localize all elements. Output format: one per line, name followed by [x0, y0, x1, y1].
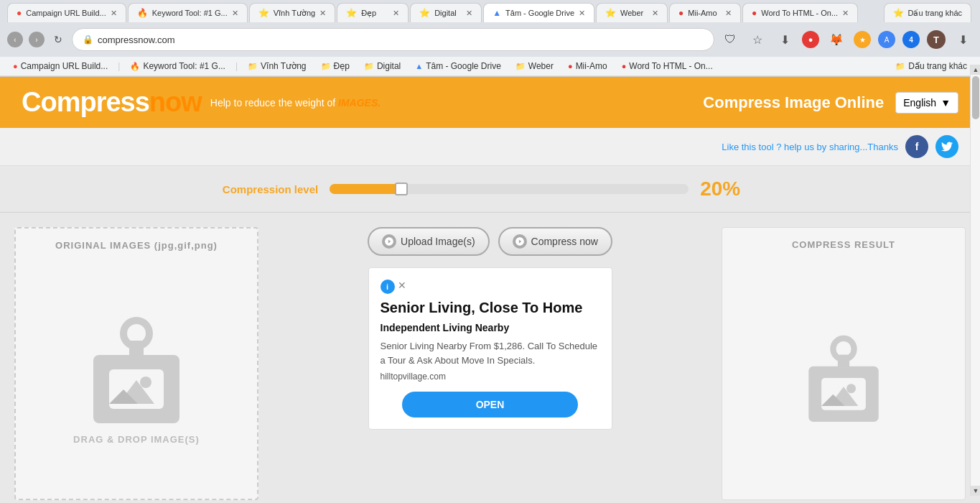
- bookmark-icon-word: ●: [622, 62, 627, 70]
- tab-close[interactable]: ✕: [319, 9, 326, 18]
- bookmark-weber[interactable]: 📁 Weber: [510, 60, 559, 73]
- result-title: COMPRESS RESULT: [792, 239, 895, 250]
- scrollbar[interactable]: ▲ ▼: [970, 65, 980, 496]
- tab-close[interactable]: ✕: [579, 9, 585, 18]
- tab-close[interactable]: ✕: [393, 9, 399, 18]
- ad-header: i ✕: [381, 280, 600, 294]
- tab-google-drive[interactable]: ▲ Tâm - Google Drive ✕: [483, 3, 594, 22]
- main-area: ORIGINAL IMAGES (jpg,gif,png): [0, 213, 980, 503]
- browser-icon-group: 🛡 ☆ ⬇ ● 🦊 ★ A 4 T ⬇: [720, 29, 973, 50]
- bookmark-label: Word To HTML - On...: [629, 61, 712, 71]
- bookmark-dau-trang[interactable]: 📁 Dấu trang khác: [890, 60, 973, 73]
- compression-label: Compression level: [223, 183, 318, 195]
- upload-svg: [384, 236, 394, 246]
- download-arrow-icon[interactable]: ⬇: [953, 29, 973, 50]
- bookmark-vinh-tuong[interactable]: 📁 Vĩnh Tường: [242, 60, 312, 73]
- tab-dau-trang-khac[interactable]: ⭐ Dấu trang khác: [884, 3, 971, 22]
- tab-keyword[interactable]: 🔥 Keyword Tool: #1 G... ✕: [128, 3, 248, 22]
- bookmark-folder-icon: 📁: [248, 62, 258, 71]
- bookmark-label: Dấu trang khác: [908, 61, 967, 71]
- tab-close[interactable]: ✕: [466, 9, 472, 18]
- compress-result-panel: COMPRESS RESULT: [722, 227, 966, 500]
- logo-compress: Compress: [22, 87, 149, 118]
- tab-campaign[interactable]: ● Campaign URL Build... ✕: [7, 3, 126, 22]
- tab-close[interactable]: ✕: [652, 9, 658, 18]
- original-images-panel[interactable]: ORIGINAL IMAGES (jpg,gif,png): [14, 227, 258, 500]
- tab-label: Đẹp: [361, 9, 388, 18]
- tab-vinh-tuong[interactable]: ⭐ Vĩnh Tường ✕: [249, 3, 335, 22]
- ad-info-icon[interactable]: i: [381, 280, 395, 294]
- action-buttons: Upload Image(s) Compress now: [368, 227, 612, 256]
- bookmark-label: Digital: [377, 61, 401, 71]
- tab-close[interactable]: ✕: [842, 9, 849, 18]
- bookmark-digital[interactable]: 📁 Digital: [358, 60, 406, 73]
- ad-open-button[interactable]: OPEN: [402, 392, 578, 417]
- tab-weber[interactable]: ⭐ Weber ✕: [596, 3, 668, 22]
- share-text: Like this tool ? help us by sharing...Th…: [722, 142, 898, 152]
- tab-label: Dấu trang khác: [908, 9, 962, 18]
- browser-chrome: ● Campaign URL Build... ✕ 🔥 Keyword Tool…: [0, 0, 980, 77]
- logo: Compressnow: [22, 87, 202, 118]
- bookmark-label: Tâm - Google Drive: [426, 61, 501, 71]
- extension-icon-1[interactable]: ●: [802, 31, 819, 48]
- bookmark-mii-amo[interactable]: ● Mii-Amo: [562, 60, 613, 73]
- extension-icon-2[interactable]: 🦊: [826, 29, 846, 50]
- ad-close-icon[interactable]: ✕: [398, 280, 406, 294]
- dropdown-arrow-icon: ▼: [941, 97, 951, 109]
- translate-icon[interactable]: A: [878, 31, 895, 48]
- site-header: Compressnow Help to reduce the weight of…: [0, 77, 980, 128]
- tab-mii-amo[interactable]: ● Mii-Amo ✕: [669, 3, 741, 22]
- tab-close[interactable]: ✕: [111, 9, 117, 18]
- reload-button[interactable]: ↻: [50, 32, 66, 47]
- bookmark-folder-icon-digital: 📁: [364, 62, 374, 71]
- scroll-down-button[interactable]: ▼: [971, 486, 980, 496]
- ad-subtitle: Independent Living Nearby: [381, 322, 600, 333]
- tab-digital[interactable]: ⭐ Digital ✕: [410, 3, 482, 22]
- tab-dep[interactable]: ⭐ Đẹp ✕: [337, 3, 409, 22]
- compress-icon: [513, 234, 527, 249]
- scroll-thumb[interactable]: [972, 76, 979, 119]
- tab-label: Keyword Tool: #1 G...: [152, 9, 228, 17]
- svg-point-6: [140, 377, 151, 388]
- forward-button[interactable]: ›: [29, 32, 45, 47]
- tab-label: Campaign URL Build...: [26, 9, 106, 17]
- twitter-icon: [941, 142, 953, 152]
- back-button[interactable]: ‹: [7, 32, 23, 47]
- bookmark-label: Campaign URL Build...: [21, 61, 108, 71]
- shield-icon[interactable]: 🛡: [720, 29, 740, 50]
- bookmark-label: Mii-Amo: [576, 61, 607, 71]
- image-placeholder: DRAG & DROP IMAGE(S): [27, 262, 246, 487]
- logo-tagline: Help to reduce the weight of IMAGES.: [210, 97, 381, 109]
- language-dropdown[interactable]: English ▼: [895, 92, 958, 114]
- compress-now-button[interactable]: Compress now: [498, 227, 612, 256]
- tab-word-html[interactable]: ● Word To HTML - On... ✕: [742, 3, 858, 22]
- tagline-images: IMAGES.: [338, 97, 381, 109]
- extension-icon-4[interactable]: 4: [902, 31, 920, 48]
- bookmark-drive[interactable]: ▲ Tâm - Google Drive: [409, 60, 507, 73]
- address-bar[interactable]: 🔒 compressnow.com: [72, 28, 714, 51]
- tab-label: Mii-Amo: [688, 9, 721, 17]
- extension-icon-3[interactable]: ★: [854, 31, 871, 48]
- bookmark-keyword[interactable]: 🔥 Keyword Tool: #1 G...: [124, 60, 231, 73]
- header-title: Compress Image Online: [703, 93, 884, 112]
- bookmark-dep[interactable]: 📁 Đẹp: [315, 60, 355, 73]
- slider-container: [330, 184, 689, 194]
- original-panel-title: ORIGINAL IMAGES (jpg,gif,png): [55, 240, 218, 251]
- bookmark-word-html[interactable]: ● Word To HTML - On...: [616, 60, 719, 73]
- profile-icon[interactable]: T: [927, 30, 946, 49]
- tab-close[interactable]: ✕: [232, 9, 238, 18]
- tab-label: Vĩnh Tường: [274, 9, 315, 18]
- placeholder-weight-icon: [79, 305, 194, 427]
- compress-svg: [515, 236, 525, 246]
- scroll-up-button[interactable]: ▲: [971, 65, 980, 75]
- bookmark-label: Keyword Tool: #1 G...: [143, 61, 225, 71]
- upload-button[interactable]: Upload Image(s): [368, 227, 490, 256]
- facebook-share-button[interactable]: f: [905, 135, 928, 158]
- tab-close[interactable]: ✕: [725, 9, 732, 18]
- star-icon[interactable]: ☆: [747, 29, 767, 50]
- twitter-share-button[interactable]: [935, 135, 958, 158]
- download-icon[interactable]: ⬇: [775, 29, 795, 50]
- ad-description: Senior Living Nearby From $1,286. Call T…: [381, 339, 600, 367]
- bookmark-campaign[interactable]: ● Campaign URL Build...: [7, 60, 113, 73]
- bookmark-label: Weber: [528, 61, 554, 71]
